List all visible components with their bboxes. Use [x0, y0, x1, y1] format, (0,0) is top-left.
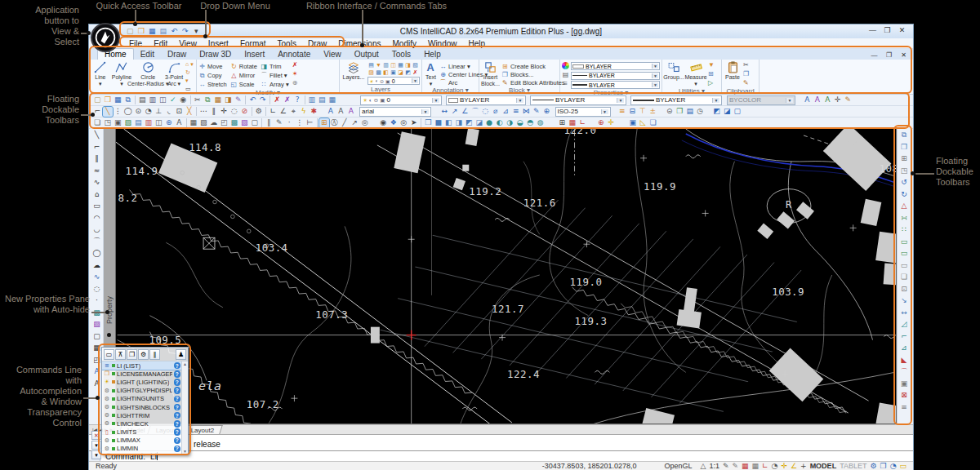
- popup-command-item[interactable]: ⚙LIGHTSINBLOCKS?: [102, 403, 188, 411]
- box6-icon[interactable]: ◪: [474, 118, 485, 128]
- fillet-icon[interactable]: ⌒: [899, 366, 910, 377]
- align-icon[interactable]: ▭: [899, 236, 910, 246]
- menu-item-draw[interactable]: Draw: [302, 39, 332, 48]
- mirror-icon[interactable]: △: [899, 201, 910, 211]
- dwf-icon[interactable]: ▤: [133, 118, 144, 128]
- erase-icon[interactable]: ✗: [292, 60, 298, 69]
- shade-icon[interactable]: ◍: [536, 118, 546, 128]
- save-icon[interactable]: ▦: [113, 95, 123, 105]
- delete-icon[interactable]: ⊠: [899, 390, 910, 401]
- snap-nearest-icon[interactable]: ╲: [103, 107, 114, 117]
- trim-item[interactable]: ◨Trim: [261, 63, 289, 71]
- erase-icon[interactable]: ✗: [272, 95, 283, 105]
- redo-icon[interactable]: ↷: [258, 95, 269, 105]
- new-icon[interactable]: ▢: [92, 95, 103, 105]
- clip-icon[interactable]: ◳: [103, 118, 114, 128]
- preview-icon[interactable]: ▥: [148, 95, 158, 105]
- wipeout-icon[interactable]: ▨: [198, 118, 209, 128]
- dock-down2-icon[interactable]: ▾: [91, 450, 101, 459]
- lock-icon[interactable]: ⊝: [665, 107, 675, 117]
- sphere2-icon[interactable]: ◐: [495, 118, 506, 128]
- layer-previous-icon[interactable]: ▥: [307, 95, 318, 105]
- snap-tangent-icon[interactable]: ◟: [164, 107, 175, 117]
- rotate-item[interactable]: ↻Rotate: [230, 63, 257, 71]
- combo-arrow-icon[interactable]: ▼: [421, 109, 429, 114]
- ribbon-tab-output[interactable]: Output: [348, 49, 385, 60]
- run-script-icon[interactable]: ▷: [708, 78, 715, 87]
- etrack-icon[interactable]: ∠: [791, 463, 797, 470]
- xline-icon[interactable]: ╱: [340, 118, 350, 128]
- color-combo[interactable]: BYLAYER▼: [446, 95, 526, 105]
- circle-icon[interactable]: ◯: [91, 248, 102, 259]
- command-help-icon[interactable]: ?: [174, 370, 181, 378]
- copy-icon[interactable]: ⧉: [203, 95, 213, 105]
- popup-command-item[interactable]: ⚙LIMMAX?: [102, 437, 188, 445]
- dim-aligned-icon[interactable]: ↗: [450, 107, 461, 117]
- gradient-icon[interactable]: ▨: [91, 319, 102, 330]
- entity-linetype-combo[interactable]: BYLAYER▼: [571, 72, 660, 80]
- color-wheel-icon[interactable]: [562, 62, 569, 69]
- layer-tool-icon[interactable]: ◩: [404, 69, 412, 76]
- popup-command-item[interactable]: ⚙LIMCHECK?: [102, 419, 188, 428]
- rotate-cw-icon[interactable]: ↻: [899, 188, 910, 199]
- mline-icon[interactable]: ∥: [264, 118, 274, 128]
- ribbon-tab-tools[interactable]: Tools: [385, 49, 417, 60]
- new-icon[interactable]: ▢: [125, 26, 136, 36]
- break-icon[interactable]: ⊿: [899, 343, 910, 353]
- offset-icon[interactable]: ◳: [899, 165, 910, 175]
- sphere5-icon[interactable]: ◓: [525, 118, 536, 128]
- eye-icon[interactable]: ◉: [378, 118, 389, 128]
- menu-item-format[interactable]: Format: [234, 39, 272, 48]
- paste-button[interactable]: Paste: [724, 60, 742, 81]
- blocks-item[interactable]: ❐Blocks...: [501, 70, 565, 78]
- ribbon-tab-annotate[interactable]: Annotate: [271, 49, 317, 60]
- block-editor-icon[interactable]: ⊞: [319, 118, 330, 128]
- rectangle-icon[interactable]: ▭: [91, 201, 102, 211]
- fillet-item[interactable]: ⌒Fillet ▾: [261, 72, 289, 80]
- combo-arrow-icon[interactable]: ▼: [652, 82, 658, 87]
- snap-center-icon[interactable]: ◯: [123, 107, 134, 117]
- polygon-icon[interactable]: ⌂ ▾: [185, 60, 194, 69]
- trim-icon[interactable]: ◿: [899, 319, 910, 330]
- layer-select-combo[interactable]: ☀◐⊝▣0▼: [368, 77, 420, 85]
- explode-icon[interactable]: ✶: [292, 69, 298, 78]
- menu-item-insert[interactable]: Insert: [203, 39, 234, 48]
- layer-walk-icon[interactable]: ▦: [327, 95, 338, 105]
- layer-tool-icon[interactable]: ◨: [404, 61, 412, 69]
- application-button[interactable]: [91, 23, 120, 52]
- plot-icon[interactable]: ▤: [137, 95, 148, 105]
- menu-item-file[interactable]: File: [123, 39, 148, 48]
- snap-parallel-icon[interactable]: ∥: [209, 107, 220, 117]
- snap-quadrant-icon[interactable]: ◔: [144, 107, 154, 117]
- xline-icon[interactable]: ∥: [91, 153, 102, 164]
- drawing-canvas[interactable]: 114.8114.98.2103.4122.0119.2121.6119.911…: [115, 128, 897, 424]
- edit-text-icon[interactable]: A: [346, 107, 357, 117]
- insert-block-button[interactable]: InsertBlock...: [481, 60, 500, 86]
- snap-perpendicular-icon[interactable]: ⊥: [154, 107, 164, 117]
- ray-icon[interactable]: ↗: [350, 118, 360, 128]
- combo-arrow-icon[interactable]: ▼: [786, 98, 793, 103]
- title-bar[interactable]: CMS IntelliCAD 8.2x64 Premium Edition Pl…: [89, 24, 913, 38]
- qat-dropdown-icon[interactable]: ▾: [191, 26, 202, 36]
- command-help-icon[interactable]: ?: [174, 420, 181, 428]
- snap-apparent-icon[interactable]: ✛: [219, 107, 229, 117]
- dim-override-icon[interactable]: ⊤: [638, 107, 648, 117]
- viewport-icon[interactable]: ◩: [712, 107, 723, 117]
- menu-item-window[interactable]: Window: [422, 39, 463, 48]
- grid-display-icon[interactable]: ▦: [752, 463, 760, 470]
- viewport2-icon[interactable]: ◪: [722, 107, 733, 117]
- command-help-icon[interactable]: ?: [174, 387, 181, 394]
- box2-icon[interactable]: ■: [434, 118, 444, 128]
- ribbon-tab-edit[interactable]: Edit: [134, 49, 161, 60]
- mtext-icon[interactable]: A: [336, 107, 346, 117]
- combo-arrow-icon[interactable]: ▼: [412, 78, 418, 83]
- dim-continue-icon[interactable]: ⋈: [521, 107, 532, 117]
- minimize-button[interactable]: —: [866, 25, 879, 36]
- polyline-icon[interactable]: ∿: [91, 177, 102, 188]
- snap-midpoint-icon[interactable]: ⋮: [113, 107, 123, 117]
- layer-tool-icon[interactable]: ▤: [368, 61, 375, 69]
- line-button[interactable]: Line▾: [91, 60, 110, 86]
- popup-command-item[interactable]: ⚙LIGHTINGUNITS?: [102, 395, 188, 403]
- copy-icon[interactable]: ⧉: [899, 130, 910, 140]
- layer-tool-icon[interactable]: ◧: [382, 69, 390, 76]
